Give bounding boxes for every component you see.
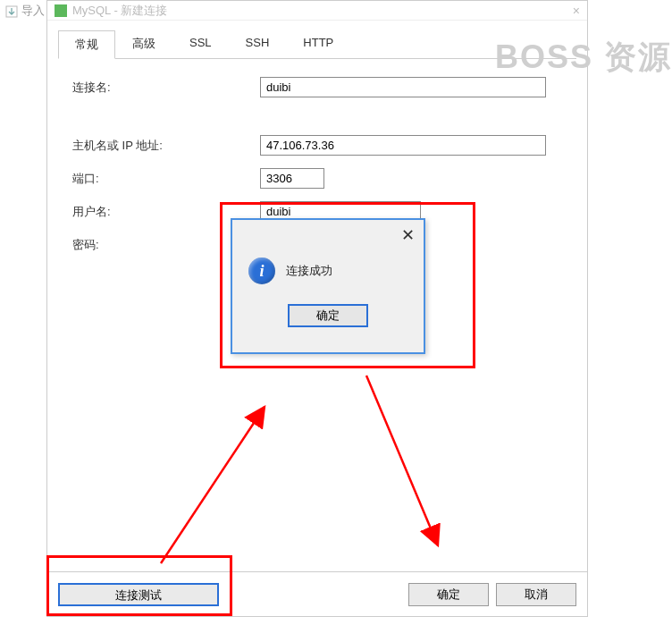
close-icon[interactable]: × — [573, 4, 580, 18]
cancel-button[interactable]: 取消 — [496, 583, 576, 606]
close-icon[interactable]: ✕ — [401, 225, 415, 245]
tab-bar: 常规 高级 SSL SSH HTTP — [58, 30, 576, 59]
import-label: 导入 — [21, 4, 45, 17]
user-label: 用户名: — [72, 204, 260, 220]
message-text: 连接成功 — [286, 263, 332, 279]
background-import-button: 导入 — [0, 0, 50, 21]
info-icon: i — [248, 258, 275, 284]
tab-ssh[interactable]: SSH — [229, 30, 287, 58]
test-connection-button[interactable]: 连接测试 — [58, 583, 219, 606]
conn-name-input[interactable] — [260, 77, 546, 97]
port-input[interactable] — [260, 168, 324, 189]
conn-name-label: 连接名: — [72, 80, 260, 96]
app-icon — [55, 4, 67, 17]
host-label: 主机名或 IP 地址: — [72, 138, 260, 154]
port-label: 端口: — [72, 171, 260, 187]
window-title: MySQL - 新建连接 — [72, 3, 167, 19]
message-box: ✕ i 连接成功 确定 — [231, 218, 425, 354]
bottom-bar: 连接测试 确定 取消 — [47, 571, 587, 616]
tab-ssl[interactable]: SSL — [172, 30, 229, 58]
host-input[interactable] — [260, 135, 546, 156]
import-icon — [5, 5, 18, 18]
tab-http[interactable]: HTTP — [286, 30, 350, 58]
message-ok-button[interactable]: 确定 — [288, 304, 368, 327]
ok-button[interactable]: 确定 — [408, 583, 489, 606]
tab-advanced[interactable]: 高级 — [115, 30, 172, 58]
tab-general[interactable]: 常规 — [58, 30, 115, 59]
title-bar: MySQL - 新建连接 × — [47, 1, 587, 21]
